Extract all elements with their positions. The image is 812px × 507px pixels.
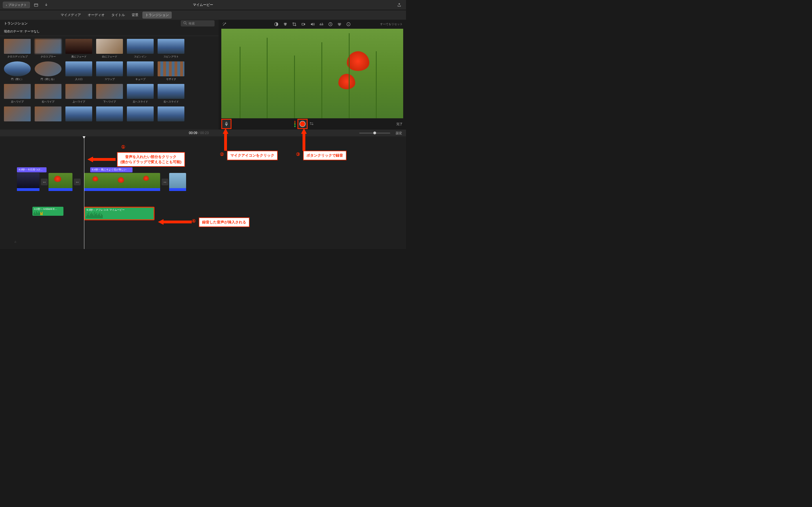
search-input[interactable]: 検索 [181, 20, 214, 26]
theme-label: 現在のテーマ: テーマなし [0, 27, 218, 36]
timeline-settings-button[interactable]: 設定 [396, 131, 402, 135]
download-icon[interactable] [42, 2, 50, 8]
top-toolbar: ‹ プロジェクト マイムービー [0, 0, 406, 10]
annotation-box: 音声を入れたい部分をクリック (後からドラッグで変えることも可能) [117, 152, 185, 167]
transition-clip[interactable]: ▸◂ [41, 179, 48, 185]
transition-item[interactable]: クロスブラー [35, 39, 61, 59]
back-label: プロジェクト [8, 3, 27, 7]
voiceover-clip[interactable]: 9.3秒 – アフレコ-3: マイムービー [84, 207, 154, 220]
svg-rect-0 [35, 4, 38, 6]
magic-wand-icon[interactable] [222, 22, 227, 27]
record-button[interactable] [297, 119, 308, 129]
transition-item[interactable]: 下へワイプ [96, 84, 123, 104]
video-clip[interactable] [84, 173, 160, 191]
microphone-button[interactable] [221, 119, 232, 129]
video-clip[interactable] [17, 173, 40, 191]
tab-audio[interactable]: オーディオ [85, 11, 107, 18]
crop-icon[interactable] [292, 22, 297, 27]
search-placeholder: 検索 [189, 21, 195, 25]
tab-transition[interactable]: トランジション [142, 11, 172, 18]
transition-item[interactable] [4, 107, 31, 122]
transition-item[interactable]: 右へスライド [158, 84, 185, 104]
annotation-box: マイクアイコンをクリック [227, 151, 278, 160]
arrow-icon [301, 128, 307, 151]
share-icon[interactable] [395, 2, 403, 8]
svg-point-5 [284, 24, 286, 26]
arrow-icon [158, 219, 192, 225]
transition-item[interactable]: 入り口 [65, 61, 92, 81]
filter-icon[interactable] [337, 22, 342, 27]
annotation-number: ① [121, 144, 125, 150]
svg-point-1 [184, 22, 186, 24]
reset-all-button[interactable]: すべてをリセット [380, 22, 403, 26]
annotation-number: ③ [296, 152, 300, 157]
info-icon[interactable] [346, 22, 351, 27]
timeline-toolbar: 00:09 / 00:23 設定 [0, 129, 406, 136]
voiceover-options-icon[interactable] [309, 121, 314, 126]
transition-item[interactable]: スピンアウト [158, 39, 185, 59]
arrow-icon [87, 157, 116, 162]
transition-item[interactable]: 円（開く） [4, 61, 31, 81]
volume-icon[interactable] [310, 22, 315, 27]
annotation-box: 録音した音声が挿入される [199, 217, 250, 227]
transition-item[interactable]: 右へワイプ [35, 84, 61, 104]
transition-item[interactable] [158, 107, 185, 122]
transition-item[interactable] [96, 107, 123, 122]
title-clip[interactable]: 4.0秒 – 今日見つけ… [17, 167, 47, 172]
audio-clip[interactable]: 4.0秒 – Ambient E… [33, 207, 63, 216]
svg-rect-11 [322, 24, 323, 25]
media-import-icon[interactable] [32, 2, 40, 8]
title-clip[interactable]: 8.4秒 – 風にそよぐ花が美しい [90, 167, 133, 172]
record-circle-icon [299, 121, 306, 127]
browser-title: トランジション [4, 21, 28, 26]
transition-item[interactable]: クロスディゾルブ [4, 39, 31, 59]
transition-item[interactable] [127, 107, 154, 122]
transition-item[interactable]: スワップ [96, 61, 123, 81]
tab-mymedia[interactable]: マイメディア [58, 11, 84, 18]
video-clip[interactable] [169, 173, 186, 191]
video-clip[interactable] [49, 173, 72, 191]
back-button[interactable]: ‹ プロジェクト [3, 2, 30, 8]
zoom-slider[interactable] [359, 133, 390, 133]
transition-item[interactable]: キューブ [127, 61, 154, 81]
tab-background[interactable]: 背景 [129, 11, 141, 18]
chevron-left-icon: ‹ [6, 3, 7, 7]
transitions-browser: トランジション 検索 現在のテーマ: テーマなし クロスディゾルブ クロスブラー… [0, 20, 218, 129]
svg-point-18 [312, 124, 313, 125]
color-correction-icon[interactable] [283, 22, 288, 27]
transition-item[interactable] [35, 107, 61, 122]
speed-icon[interactable] [328, 22, 333, 27]
color-balance-icon[interactable] [274, 22, 279, 27]
project-title: マイムービー [193, 3, 213, 7]
arrow-icon [223, 128, 229, 151]
annotation-box: ボタンクリックで録音 [303, 151, 347, 160]
search-icon [183, 21, 188, 26]
time-display: 00:09 / 00:23 [189, 131, 209, 135]
music-well-icon[interactable]: ♫ [14, 240, 16, 243]
equalizer-icon[interactable] [319, 22, 324, 27]
transition-clip[interactable]: ▸◂ [161, 179, 168, 185]
svg-point-17 [310, 122, 311, 123]
annotation-number: ④ [192, 218, 196, 224]
svg-point-15 [338, 24, 340, 26]
preview-panel: すべてをリセット 完了 [218, 20, 406, 129]
annotation-number: ② [220, 152, 224, 157]
transition-item[interactable]: スピンイン [127, 39, 154, 59]
video-preview[interactable] [221, 29, 403, 118]
transition-item[interactable]: 円（閉じる） [35, 61, 61, 81]
tab-title[interactable]: タイトル [109, 11, 128, 18]
transition-item[interactable]: 白にフェード [96, 39, 123, 59]
stabilize-icon[interactable] [301, 22, 306, 27]
voiceover-bar: 完了 [218, 118, 406, 129]
transition-item[interactable]: モザイク [158, 61, 185, 81]
transition-item[interactable]: 左へワイプ [4, 84, 31, 104]
transition-item[interactable] [65, 107, 92, 122]
transition-item[interactable]: 上へワイプ [65, 84, 92, 104]
svg-rect-7 [320, 24, 320, 25]
done-button[interactable]: 完了 [396, 122, 403, 126]
svg-rect-9 [321, 24, 321, 25]
transition-clip[interactable]: ▸◂ [74, 179, 81, 185]
transition-item[interactable]: 黒にフェード [65, 39, 92, 59]
transition-item[interactable]: 左へスライド [127, 84, 154, 104]
playhead[interactable] [84, 136, 84, 249]
